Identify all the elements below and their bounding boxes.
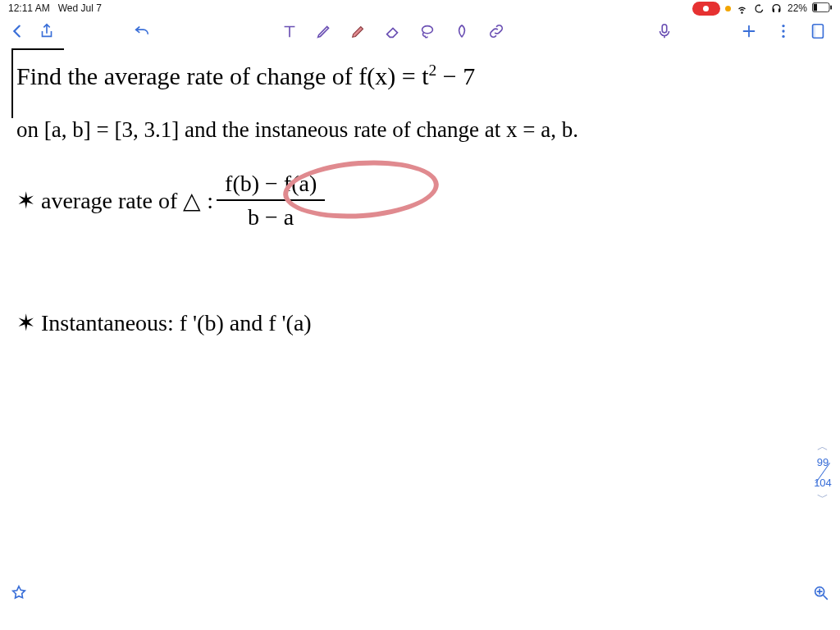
undo-button[interactable] — [131, 21, 153, 42]
svg-point-3 — [422, 26, 433, 34]
note-line-4: ✶ Instantaneous: f '(b) and f '(a) — [16, 308, 312, 337]
page-navigator: ︿ 99 104 ﹀ — [810, 440, 835, 505]
note-line-1: Find the average rate of change of f(x) … — [16, 61, 475, 92]
wifi-icon — [736, 2, 748, 15]
pencil-tool-button[interactable] — [313, 21, 335, 42]
back-button[interactable] — [7, 21, 28, 42]
battery-percent: 22% — [788, 2, 807, 14]
margin-line — [11, 48, 13, 118]
eraser-tool-button[interactable] — [382, 21, 404, 42]
svg-point-7 — [782, 35, 784, 38]
svg-point-5 — [782, 25, 784, 27]
status-time: 12:11 AM — [8, 2, 50, 14]
lasso-tool-button[interactable] — [417, 21, 438, 42]
shapes-tool-button[interactable] — [451, 21, 472, 42]
svg-rect-2 — [830, 5, 832, 9]
more-button[interactable] — [773, 21, 794, 42]
microphone-button[interactable] — [654, 21, 675, 42]
page-down-button[interactable]: ﹀ — [817, 491, 829, 505]
note-canvas[interactable]: Find the average rate of change of f(x) … — [0, 46, 840, 605]
share-button[interactable] — [36, 21, 57, 42]
page-view-button[interactable] — [807, 21, 829, 42]
link-tool-button[interactable] — [486, 21, 507, 42]
zoom-in-button[interactable] — [810, 582, 832, 604]
text-tool-button[interactable] — [279, 21, 300, 42]
highlighter-tool-button[interactable] — [348, 21, 369, 42]
page-total: 104 — [814, 477, 832, 490]
note-line-3: ✶ average rate of △ : f(b) − f(a) b − a — [16, 169, 328, 231]
status-date: Wed Jul 7 — [58, 2, 102, 14]
status-bar: 12:11 AM Wed Jul 7 22% — [0, 0, 840, 16]
screen-record-indicator[interactable] — [692, 2, 720, 16]
svg-rect-9 — [813, 25, 816, 39]
headphones-icon — [770, 2, 783, 15]
page-up-button[interactable]: ︿ — [817, 440, 829, 454]
svg-rect-4 — [662, 25, 667, 33]
bookmark-button[interactable] — [8, 582, 30, 604]
location-indicator-icon — [725, 6, 731, 11]
hand-top-stroke — [11, 48, 64, 50]
toolbar — [0, 16, 840, 46]
add-button[interactable] — [738, 21, 760, 42]
svg-rect-1 — [814, 3, 817, 11]
bottom-bar — [0, 581, 840, 605]
svg-point-6 — [782, 30, 784, 32]
avg-rate-label: ✶ average rate of △ : — [16, 186, 213, 215]
battery-icon — [812, 2, 832, 15]
note-line-2: on [a, b] = [3, 3.1] and the instaneous … — [16, 116, 837, 144]
orientation-lock-icon — [753, 2, 765, 15]
